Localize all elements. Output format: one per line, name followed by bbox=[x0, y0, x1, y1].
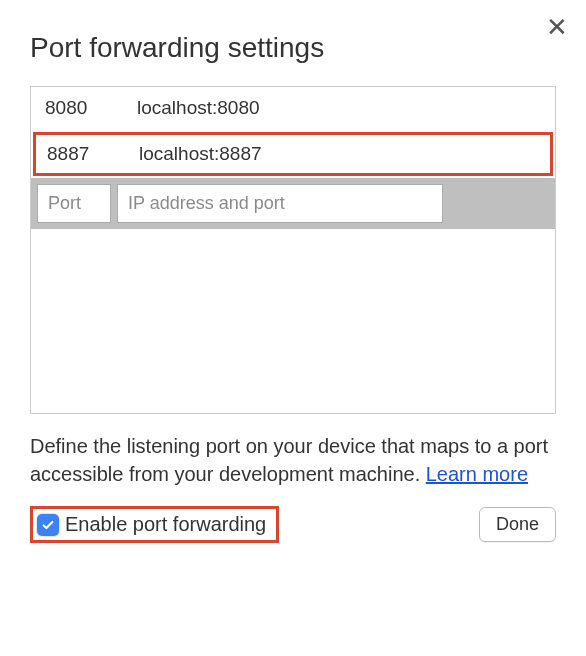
dialog-footer: Enable port forwarding Done bbox=[30, 506, 556, 543]
learn-more-link[interactable]: Learn more bbox=[426, 463, 528, 485]
table-row[interactable]: 8080 localhost:8080 bbox=[31, 87, 555, 130]
dialog-title: Port forwarding settings bbox=[30, 32, 556, 64]
address-input[interactable] bbox=[117, 184, 443, 223]
checkmark-icon bbox=[41, 518, 55, 532]
close-button[interactable]: ✕ bbox=[546, 14, 568, 40]
port-forwarding-dialog: ✕ Port forwarding settings 8080 localhos… bbox=[0, 0, 586, 567]
table-row[interactable]: 8887 localhost:8887 bbox=[33, 132, 553, 176]
forwarding-table: 8080 localhost:8080 8887 localhost:8887 bbox=[30, 86, 556, 414]
port-input[interactable] bbox=[37, 184, 111, 223]
address-cell: localhost:8080 bbox=[137, 97, 541, 119]
checkbox-label: Enable port forwarding bbox=[65, 513, 266, 536]
close-icon: ✕ bbox=[546, 12, 568, 42]
description-text: Define the listening port on your device… bbox=[30, 432, 556, 488]
new-forwarding-input-row bbox=[31, 178, 555, 229]
done-button[interactable]: Done bbox=[479, 507, 556, 542]
port-cell: 8887 bbox=[47, 143, 139, 165]
enable-forwarding-checkbox-wrap[interactable]: Enable port forwarding bbox=[30, 506, 279, 543]
port-cell: 8080 bbox=[45, 97, 137, 119]
checkbox-icon bbox=[37, 514, 59, 536]
address-cell: localhost:8887 bbox=[139, 143, 539, 165]
